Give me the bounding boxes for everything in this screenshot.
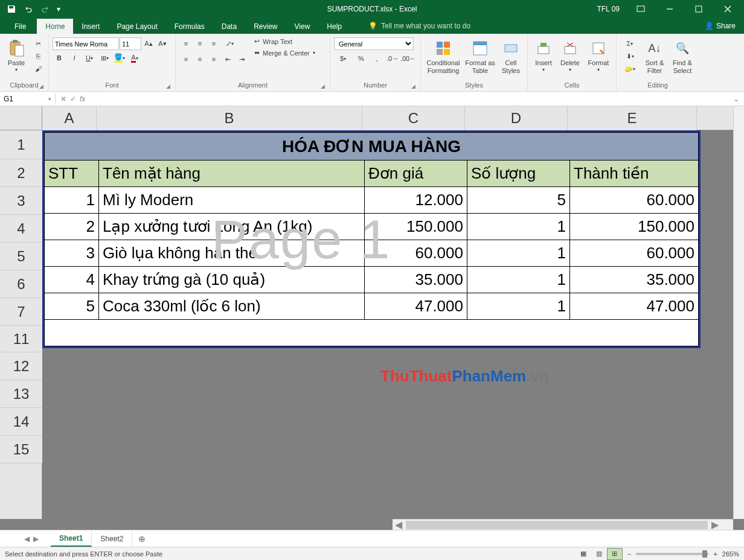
- invoice-title[interactable]: HÓA ĐƠN MUA HÀNG: [45, 133, 699, 161]
- formula-input[interactable]: [90, 98, 728, 100]
- enter-formula-icon[interactable]: ✓: [70, 95, 76, 103]
- fill-color-button[interactable]: 🪣▾: [113, 52, 126, 64]
- row-header-3[interactable]: 3: [0, 187, 42, 215]
- format-as-table-button[interactable]: Format as Table: [464, 37, 496, 78]
- sheet-tab-2[interactable]: Sheet2: [92, 532, 132, 546]
- number-format-combo[interactable]: General: [334, 37, 414, 50]
- share-button[interactable]: 👤 Share: [696, 18, 744, 34]
- align-top-button[interactable]: ≡: [179, 37, 193, 49]
- page-break-view-button[interactable]: ⊞: [607, 548, 623, 560]
- increase-indent-button[interactable]: ⇥: [235, 53, 248, 65]
- cell-thanhtien[interactable]: 60.000: [570, 187, 699, 214]
- qat-customize-icon[interactable]: ▾: [54, 1, 63, 17]
- normal-view-button[interactable]: ▦: [576, 548, 591, 560]
- zoom-out-button[interactable]: −: [627, 550, 631, 558]
- undo-icon[interactable]: [21, 1, 36, 17]
- merge-center-button[interactable]: ⬌ Merge & Center ▾: [254, 49, 315, 57]
- hscroll-thumb[interactable]: [406, 521, 708, 529]
- number-launcher-icon[interactable]: ◢: [411, 83, 415, 89]
- decrease-decimal-button[interactable]: .00←: [402, 52, 415, 65]
- cell-thanhtien[interactable]: 47.000: [570, 293, 699, 320]
- name-box[interactable]: G1▾: [0, 94, 56, 104]
- row-header-5[interactable]: 5: [0, 243, 42, 270]
- row-header-15[interactable]: 15: [0, 436, 42, 463]
- cancel-formula-icon[interactable]: ✕: [60, 95, 66, 103]
- col-header-A[interactable]: A: [42, 106, 97, 130]
- row-header-11[interactable]: 11: [0, 326, 42, 352]
- find-select-button[interactable]: 🔍Find & Select: [670, 37, 695, 78]
- increase-decimal-button[interactable]: .0→: [386, 52, 399, 65]
- cell-thanhtien[interactable]: 35.000: [570, 267, 699, 293]
- cell-ten[interactable]: Giò lụa không hàn the: [99, 240, 365, 267]
- cell-soluong[interactable]: 1: [467, 240, 570, 267]
- cell-stt[interactable]: 2: [45, 214, 99, 240]
- bold-button[interactable]: B: [53, 52, 66, 64]
- alignment-launcher-icon[interactable]: ◢: [321, 83, 325, 89]
- accounting-button[interactable]: $▾: [334, 52, 352, 65]
- cell-styles-button[interactable]: Cell Styles: [498, 37, 524, 78]
- increase-font-button[interactable]: A▴: [142, 38, 155, 50]
- font-color-button[interactable]: A▾: [128, 52, 141, 64]
- border-button[interactable]: ⊞▾: [98, 52, 111, 64]
- italic-button[interactable]: I: [68, 52, 81, 64]
- comma-button[interactable]: ,: [370, 52, 383, 65]
- close-icon[interactable]: [714, 0, 742, 18]
- row-header-7[interactable]: 7: [0, 298, 42, 326]
- tab-file[interactable]: File: [4, 19, 37, 34]
- cell-dongia[interactable]: 60.000: [365, 240, 467, 267]
- tab-help[interactable]: Help: [318, 19, 350, 34]
- hdr-stt[interactable]: STT: [45, 161, 99, 187]
- orientation-button[interactable]: ⤢▾: [221, 37, 238, 49]
- cell-dongia[interactable]: 12.000: [365, 187, 467, 214]
- delete-cells-button[interactable]: Delete▾: [558, 37, 582, 78]
- hdr-soluong[interactable]: Số lượng: [467, 161, 570, 187]
- font-size-combo[interactable]: [120, 37, 141, 50]
- ribbon-display-icon[interactable]: [627, 0, 655, 18]
- sort-filter-button[interactable]: A↓Sort & Filter: [642, 37, 667, 78]
- expand-formula-icon[interactable]: ⌄: [728, 95, 744, 103]
- grid[interactable]: HÓA ĐƠN MUA HÀNG STT Tên mặt hàng Đơn gi…: [42, 130, 733, 519]
- cell-soluong[interactable]: 1: [467, 214, 570, 240]
- row-header-2[interactable]: 2: [0, 159, 42, 187]
- horizontal-scrollbar[interactable]: ◀ ▶: [393, 519, 733, 530]
- cell-stt[interactable]: 1: [45, 187, 99, 214]
- fill-button[interactable]: ⬇▾: [620, 50, 640, 62]
- cell-stt[interactable]: 5: [45, 293, 99, 320]
- format-cells-button[interactable]: Format▾: [585, 37, 612, 78]
- align-bottom-button[interactable]: ≡: [207, 37, 220, 49]
- tell-me[interactable]: 💡 Tell me what you want to do: [362, 18, 476, 34]
- zoom-in-button[interactable]: +: [713, 550, 717, 558]
- cut-button[interactable]: ✂: [31, 37, 45, 49]
- row-header-6[interactable]: 6: [0, 270, 42, 298]
- hdr-ten[interactable]: Tên mặt hàng: [99, 161, 365, 187]
- tab-page-layout[interactable]: Page Layout: [108, 19, 165, 34]
- conditional-formatting-button[interactable]: Conditional Formatting: [425, 37, 462, 78]
- cell-ten[interactable]: Lạp xưởng tươi Long An (1kg): [99, 214, 365, 240]
- minimize-icon[interactable]: [656, 0, 684, 18]
- row-header-13[interactable]: 13: [0, 380, 42, 408]
- cell-soluong[interactable]: 1: [467, 267, 570, 293]
- cell-ten[interactable]: Mì ly Modern: [99, 187, 365, 214]
- vertical-scrollbar[interactable]: [733, 106, 744, 519]
- decrease-font-button[interactable]: A▾: [156, 38, 169, 50]
- percent-button[interactable]: %: [354, 52, 368, 65]
- tab-insert[interactable]: Insert: [73, 19, 108, 34]
- row-header-1[interactable]: 1: [0, 130, 42, 159]
- align-left-button[interactable]: ≡: [179, 53, 193, 65]
- copy-button[interactable]: ⎘: [31, 50, 45, 62]
- format-painter-button[interactable]: 🖌: [31, 63, 45, 75]
- underline-button[interactable]: U▾: [83, 52, 96, 64]
- hdr-dongia[interactable]: Đơn giá: [365, 161, 467, 187]
- col-header-C[interactable]: C: [362, 106, 465, 130]
- scroll-right-icon[interactable]: ▶: [709, 519, 721, 530]
- cell-thanhtien[interactable]: 150.000: [570, 214, 699, 240]
- cell-soluong[interactable]: 5: [467, 187, 570, 214]
- insert-cells-button[interactable]: Insert▾: [531, 37, 556, 78]
- col-header-D[interactable]: D: [465, 106, 568, 130]
- sheet-nav-next-icon[interactable]: ▶: [33, 535, 39, 543]
- cell-thanhtien[interactable]: 60.000: [570, 240, 699, 267]
- tab-data[interactable]: Data: [213, 19, 245, 34]
- tab-home[interactable]: Home: [37, 19, 73, 34]
- row-header-12[interactable]: 12: [0, 352, 42, 380]
- maximize-icon[interactable]: [685, 0, 713, 18]
